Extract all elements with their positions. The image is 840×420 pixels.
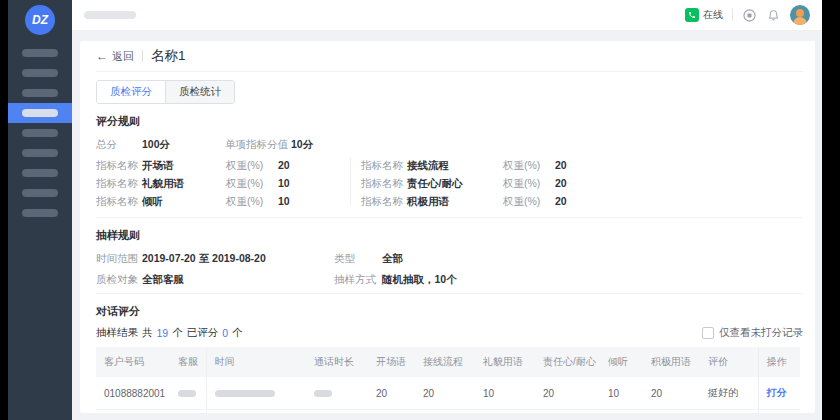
column-header: 接线流程 [415,347,475,377]
sidebar-item[interactable] [8,63,72,83]
time-cell [206,410,306,414]
type-value: 全部 [382,250,403,266]
score-cell: 未评分 [643,410,700,414]
method-value: 随机抽取，10个 [382,271,457,287]
rate-button[interactable]: 打分 [767,387,787,398]
indicator-name: 接线流程 [407,157,503,174]
online-status-label: 在线 [703,8,723,22]
sidebar-item-placeholder [22,69,58,77]
comment-cell: 未评价 [700,410,758,414]
online-status[interactable]: 在线 [685,8,723,22]
score-rules-summary: 总分 100分 单项指标分值 10分 [96,136,803,152]
sidebar-item[interactable] [8,123,72,143]
score-cell: 未评分 [368,410,415,414]
filter-label: 仅查看未打分记录 [719,326,803,340]
indicator-label: 指标名称 [96,175,142,192]
sidebar-item[interactable] [8,143,72,163]
app-logo[interactable]: DZ [25,5,55,35]
phone-icon [685,8,699,22]
divider [142,50,143,62]
time-cell [206,377,306,410]
single-score-label: 单项指标分值 [225,136,291,152]
indicator-name: 倾听 [142,193,226,210]
page-title: 名称1 [151,47,186,65]
duration-cell [306,410,368,414]
weight-value: 20 [278,157,290,174]
sidebar-item-placeholder [22,129,58,137]
sampling-row: 质检对象 全部客服 抽样方式 随机抽取，10个 [96,271,803,287]
user-avatar[interactable] [790,5,810,25]
weight-value: 20 [555,175,567,192]
comment-cell: 挺好的 [700,377,758,410]
weight-value: 10 [278,175,290,192]
score-cell: 20 [643,377,700,410]
sidebar-item[interactable] [8,43,72,63]
column-header: 客服 [170,347,206,377]
indicator-row: 指标名称 积极用语 权重(%) 20 [361,193,803,210]
sidebar-item[interactable] [8,103,72,123]
weight-label: 权重(%) [226,157,278,174]
back-button[interactable]: ← 返回 [96,49,134,64]
scored-unit: 个 [232,326,243,340]
column-header: 评价 [700,347,758,377]
bell-icon[interactable] [766,8,781,23]
duration-placeholder [314,390,332,397]
weight-label: 权重(%) [503,193,555,210]
record-icon[interactable] [742,8,757,23]
tabs: 质检评分 质检统计 [96,80,235,104]
action-cell: 打分 [758,410,800,414]
indicator-row: 指标名称 礼貌用语 权重(%) 10 [96,175,350,192]
sampling-row: 时间范围 2019-07-20 至 2019-08-20 类型 全部 [96,250,803,266]
dialog-score-title: 对话评分 [96,304,803,319]
column-header: 开场语 [368,347,415,377]
sidebar-item-placeholder [22,49,58,57]
score-cell: 未评分 [475,410,535,414]
weight-value: 10 [278,193,290,210]
sidebar-item-placeholder [22,109,58,117]
score-cell: 20 [368,377,415,410]
sidebar-item[interactable] [8,163,72,183]
weight-label: 权重(%) [226,175,278,192]
sidebar-item[interactable] [8,183,72,203]
indicator-label: 指标名称 [361,193,407,210]
customer-number-cell: 01088882002 [96,410,170,414]
table-row: 01088882001202010201020挺好的打分 [96,377,800,410]
score-cell: 20 [415,377,475,410]
indicator-grid: 指标名称 开场语 权重(%) 20 指标名称 礼貌用语 权重(%) 10 [96,157,803,211]
main-area: 在线 ← 返回 [72,0,822,420]
table-body: 01088882001202010201020挺好的打分01088882002未… [96,377,800,413]
table-row: 01088882002未评分未评分未评分未评分未评分未评分未评价打分 [96,410,800,414]
sidebar-menu [8,43,72,223]
app-window: DZ 在线 [8,0,822,420]
sidebar-item-placeholder [22,209,58,217]
target-value: 全部客服 [142,271,334,287]
sidebar-item-placeholder [22,89,58,97]
filter-unscored-toggle[interactable]: 仅查看未打分记录 [702,326,803,340]
indicator-label: 指标名称 [96,193,142,210]
sampling-rules-title: 抽样规则 [96,228,803,243]
column-header: 时间 [206,347,306,377]
total-label: 共 [142,326,153,340]
column-header: 礼貌用语 [475,347,535,377]
score-cell: 未评分 [600,410,643,414]
score-cell: 20 [535,377,600,410]
back-label: 返回 [112,49,134,64]
duration-cell [306,377,368,410]
column-header: 操作 [758,347,800,377]
score-cell: 未评分 [535,410,600,414]
column-header: 客户号码 [96,347,170,377]
checkbox-icon[interactable] [702,327,714,339]
sidebar-item[interactable] [8,203,72,223]
action-cell: 打分 [758,377,800,410]
summary-prefix: 抽样结果 [96,326,138,340]
tab-score[interactable]: 质检评分 [97,81,165,103]
total-count: 19 [157,327,169,339]
single-score-value: 10分 [291,136,313,152]
agent-placeholder [178,390,196,397]
score-rules-title: 评分规则 [96,114,803,129]
sidebar: DZ [8,0,72,420]
tab-stats[interactable]: 质检统计 [165,81,234,103]
indicator-row: 指标名称 接线流程 权重(%) 20 [361,157,803,174]
back-arrow-icon: ← [96,50,108,62]
sidebar-item[interactable] [8,83,72,103]
